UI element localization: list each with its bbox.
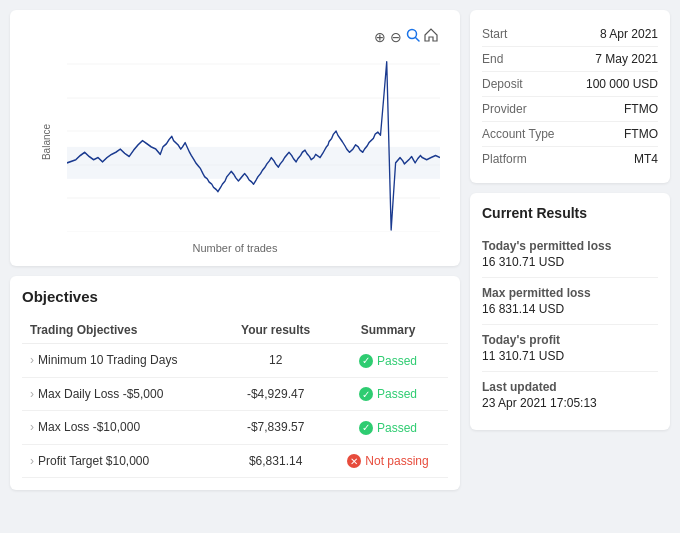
stat-row: PlatformMT4 bbox=[482, 147, 658, 171]
objective-name: ›Minimum 10 Trading Days bbox=[22, 344, 223, 378]
current-results-title: Current Results bbox=[482, 205, 658, 221]
check-icon: ✓ bbox=[359, 354, 373, 368]
result-label: Max permitted loss bbox=[482, 286, 658, 300]
stat-label: Platform bbox=[482, 152, 527, 166]
status-label: Passed bbox=[377, 421, 417, 435]
objectives-table: Trading Objectives Your results Summary … bbox=[22, 317, 448, 478]
y-axis-label: Balance bbox=[41, 124, 52, 160]
objectives-card: Objectives Trading Objectives Your resul… bbox=[10, 276, 460, 490]
result-row: Today's profit11 310.71 USD bbox=[482, 325, 658, 372]
stat-label: Deposit bbox=[482, 77, 523, 91]
stat-card: Start8 Apr 2021End7 May 2021Deposit100 0… bbox=[470, 10, 670, 183]
check-icon: ✓ bbox=[359, 387, 373, 401]
search-icon[interactable] bbox=[406, 28, 420, 45]
status-label: Passed bbox=[377, 354, 417, 368]
result-value: 23 Apr 2021 17:05:13 bbox=[482, 396, 658, 410]
objective-status: ✓Passed bbox=[328, 344, 448, 378]
objective-status: ✕Not passing bbox=[328, 444, 448, 478]
result-row: Max permitted loss16 831.14 USD bbox=[482, 278, 658, 325]
col-header-summary: Summary bbox=[328, 317, 448, 344]
stat-label: End bbox=[482, 52, 503, 66]
stat-value: MT4 bbox=[634, 152, 658, 166]
status-label: Passed bbox=[377, 387, 417, 401]
table-row: ›Profit Target $10,000$6,831.14✕Not pass… bbox=[22, 444, 448, 478]
stat-value: 8 Apr 2021 bbox=[600, 27, 658, 41]
stat-row: Deposit100 000 USD bbox=[482, 72, 658, 97]
stat-label: Account Type bbox=[482, 127, 555, 141]
objective-result: $6,831.14 bbox=[223, 444, 328, 478]
stat-row: Start8 Apr 2021 bbox=[482, 22, 658, 47]
current-results-card: Current Results Today's permitted loss16… bbox=[470, 193, 670, 430]
chart-card: ⊕ ⊖ Balance bbox=[10, 10, 460, 266]
objective-result: -$4,929.47 bbox=[223, 377, 328, 411]
result-row: Last updated23 Apr 2021 17:05:13 bbox=[482, 372, 658, 418]
result-label: Today's permitted loss bbox=[482, 239, 658, 253]
result-label: Last updated bbox=[482, 380, 658, 394]
result-label: Today's profit bbox=[482, 333, 658, 347]
stat-value: FTMO bbox=[624, 127, 658, 141]
stat-value: FTMO bbox=[624, 102, 658, 116]
col-header-objectives: Trading Objectives bbox=[22, 317, 223, 344]
table-row: ›Max Daily Loss -$5,000-$4,929.47✓Passed bbox=[22, 377, 448, 411]
stat-value: 7 May 2021 bbox=[595, 52, 658, 66]
result-row: Today's permitted loss16 310.71 USD bbox=[482, 231, 658, 278]
stat-row: ProviderFTMO bbox=[482, 97, 658, 122]
objectives-title: Objectives bbox=[22, 288, 448, 305]
table-row: ›Max Loss -$10,000-$7,839.57✓Passed bbox=[22, 411, 448, 445]
table-row: ›Minimum 10 Trading Days12✓Passed bbox=[22, 344, 448, 378]
svg-line-1 bbox=[416, 38, 420, 42]
stat-row: Account TypeFTMO bbox=[482, 122, 658, 147]
objective-status: ✓Passed bbox=[328, 377, 448, 411]
zoom-out-icon[interactable]: ⊖ bbox=[390, 29, 402, 45]
objective-name: ›Max Loss -$10,000 bbox=[22, 411, 223, 445]
chart-svg: 9000 6000 3000 0 -3000 -6000 0 59 118 17… bbox=[67, 30, 440, 232]
result-value: 16 831.14 USD bbox=[482, 302, 658, 316]
stat-label: Provider bbox=[482, 102, 527, 116]
objective-name: ›Profit Target $10,000 bbox=[22, 444, 223, 478]
chart-toolbar: ⊕ ⊖ bbox=[374, 28, 438, 45]
chart-container: ⊕ ⊖ Balance bbox=[22, 22, 448, 262]
result-value: 16 310.71 USD bbox=[482, 255, 658, 269]
left-panel: ⊕ ⊖ Balance bbox=[10, 10, 460, 490]
stat-row: End7 May 2021 bbox=[482, 47, 658, 72]
objective-result: -$7,839.57 bbox=[223, 411, 328, 445]
stat-value: 100 000 USD bbox=[586, 77, 658, 91]
stat-label: Start bbox=[482, 27, 507, 41]
status-label: Not passing bbox=[365, 454, 428, 468]
right-panel: Start8 Apr 2021End7 May 2021Deposit100 0… bbox=[470, 10, 670, 490]
home-icon[interactable] bbox=[424, 28, 438, 45]
result-value: 11 310.71 USD bbox=[482, 349, 658, 363]
objective-name: ›Max Daily Loss -$5,000 bbox=[22, 377, 223, 411]
objective-result: 12 bbox=[223, 344, 328, 378]
col-header-results: Your results bbox=[223, 317, 328, 344]
zoom-in-icon[interactable]: ⊕ bbox=[374, 29, 386, 45]
check-icon: ✓ bbox=[359, 421, 373, 435]
cross-icon: ✕ bbox=[347, 454, 361, 468]
objective-status: ✓Passed bbox=[328, 411, 448, 445]
